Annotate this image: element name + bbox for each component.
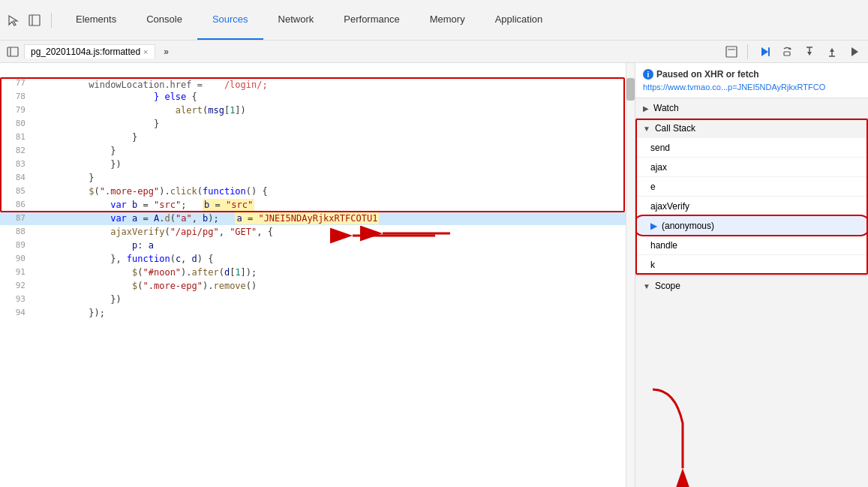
file-tab[interactable]: pg_20201104a.js:formatted × <box>24 44 155 59</box>
nav-tabs: Elements Console Sources Network Perform… <box>61 0 557 40</box>
right-panel: i Paused on XHR or fetch https://www.tvm… <box>635 63 868 487</box>
table-row: 92 }) <box>0 279 635 293</box>
table-row: 88 p: a <box>0 225 635 239</box>
step-into-btn[interactable] <box>800 43 818 61</box>
info-icon: i <box>643 69 653 80</box>
tab-memory[interactable]: Memory <box>415 0 480 40</box>
list-item[interactable]: ajaxVerify <box>635 197 868 216</box>
pause-url: https://www.tvmao.co...p=JNEI5NDAyRjkxRT… <box>643 83 860 92</box>
table-row: 86 var a = A.d("a", b); a = "JNEI5NDAyRj… <box>0 198 635 212</box>
table-row: 87 ajaxVerify("/api/pg", "GET", { <box>0 212 635 225</box>
file-tab-close[interactable]: × <box>143 47 148 56</box>
tab-elements[interactable]: Elements <box>61 0 131 40</box>
step-out-btn[interactable] <box>823 43 841 61</box>
cursor-icon[interactable] <box>6 13 21 28</box>
toolbar-left: pg_20201104a.js:formatted × » <box>5 44 723 60</box>
step-btn[interactable] <box>845 43 863 61</box>
table-row: 91 $(".more-epg").remove() <box>0 266 635 279</box>
devtools-nav: Elements Console Sources Network Perform… <box>0 0 868 41</box>
watch-section: ▶ Watch <box>635 98 868 119</box>
main-area: windowLocation.href = /login/; 77 } else… <box>0 63 868 487</box>
tab-sources[interactable]: Sources <box>197 0 263 40</box>
code-panel[interactable]: windowLocation.href = /login/; 77 } else… <box>0 63 635 487</box>
watch-triangle: ▶ <box>643 104 649 113</box>
tab-network[interactable]: Network <box>263 0 329 40</box>
resume-btn[interactable] <box>755 43 773 61</box>
scrollbar-thumb <box>626 78 635 101</box>
scope-triangle: ▼ <box>643 282 650 290</box>
table-row: 85 var b = "src"; b = "src" <box>0 185 635 198</box>
table-row: 78 alert(msg[1]) <box>0 90 635 104</box>
call-stack-list: send ajax e ajaxVerify ▶ (anonymous) <box>635 138 868 275</box>
tab-application[interactable]: Application <box>480 0 558 40</box>
list-item[interactable]: send <box>635 138 868 158</box>
table-row: 79 } <box>0 104 635 117</box>
list-item[interactable]: k <box>635 255 868 275</box>
table-row: 82 }) <box>0 144 635 158</box>
tab-console[interactable]: Console <box>131 0 197 40</box>
code-content: windowLocation.href = /login/; 77 } else… <box>0 63 635 487</box>
more-tabs-btn[interactable]: » <box>158 44 175 60</box>
svg-rect-9 <box>784 52 790 56</box>
table-row: 94 <box>0 306 635 320</box>
svg-marker-16 <box>851 47 858 56</box>
code-scrollbar[interactable] <box>626 63 635 487</box>
tab-performance[interactable]: Performance <box>329 0 414 40</box>
svg-marker-11 <box>807 52 812 56</box>
table-row: 80 } <box>0 117 635 131</box>
nav-icons <box>6 13 52 28</box>
toggle-sidebar-btn[interactable] <box>5 44 21 60</box>
toolbar: pg_20201104a.js:formatted × » <box>0 41 868 63</box>
table-row: 93 }); <box>0 293 635 306</box>
table-row: 83 } <box>0 158 635 171</box>
table-row: 84 $(".more-epg").click(function() { <box>0 171 635 185</box>
svg-rect-7 <box>768 47 770 56</box>
call-stack-triangle: ▼ <box>643 125 650 133</box>
svg-rect-4 <box>726 47 737 57</box>
svg-marker-6 <box>761 47 768 56</box>
table-row: 77 } else { <box>0 77 635 90</box>
code-line-top: windowLocation.href = /login/; <box>0 63 635 77</box>
call-item-arrow: ▶ <box>650 221 657 231</box>
file-tab-label: pg_20201104a.js:formatted <box>31 47 140 57</box>
table-row: 90 $("#noon").after(d[1]); <box>0 252 635 266</box>
call-stack-section: ▼ Call Stack send ajax e ajaxVerify ▶ <box>635 119 868 275</box>
step-over-btn[interactable] <box>778 43 796 61</box>
scope-header[interactable]: ▼ Scope <box>635 275 868 296</box>
list-item-anonymous[interactable]: ▶ (anonymous) <box>635 216 868 236</box>
svg-marker-14 <box>830 48 834 52</box>
list-item[interactable]: handle <box>635 236 868 255</box>
svg-rect-0 <box>29 15 40 26</box>
watch-header[interactable]: ▶ Watch <box>635 98 868 118</box>
table-row: 81 } <box>0 131 635 144</box>
svg-rect-2 <box>8 47 18 56</box>
call-stack-header[interactable]: ▼ Call Stack <box>635 119 868 138</box>
list-item[interactable]: ajax <box>635 158 868 177</box>
list-item[interactable]: e <box>635 177 868 197</box>
toolbar-right <box>723 43 863 61</box>
pause-title: i Paused on XHR or fetch <box>643 69 860 80</box>
pause-info: i Paused on XHR or fetch https://www.tvm… <box>635 63 868 98</box>
table-row: 89 }, function(c, d) { <box>0 239 635 252</box>
panel-icon[interactable] <box>27 13 42 28</box>
format-btn[interactable] <box>723 44 740 60</box>
